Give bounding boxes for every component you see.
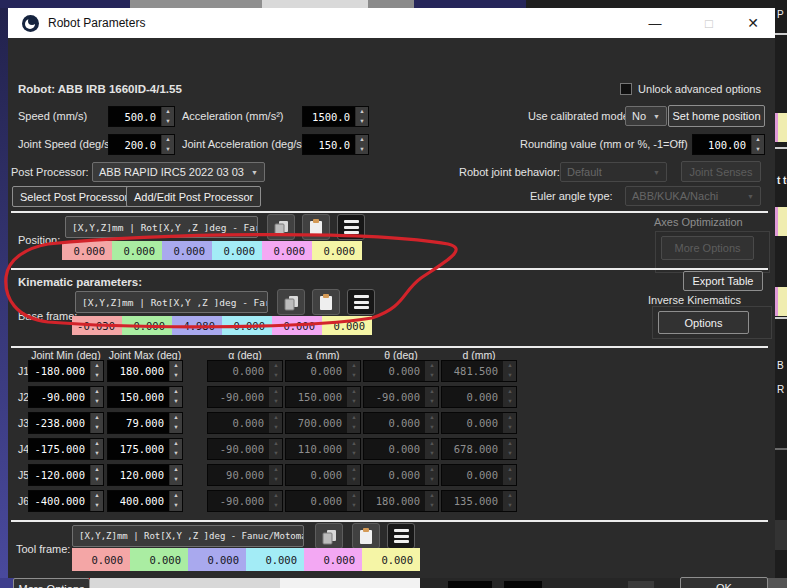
acceleration-value[interactable]: 1500.0	[303, 107, 355, 126]
spinner-arrows-icon[interactable]: ▲▼	[169, 439, 182, 459]
spinner-arrows-icon[interactable]: ▲▼	[169, 387, 182, 407]
spinner-arrows-icon[interactable]: ▲▼	[169, 413, 182, 433]
spinner-arrows-icon[interactable]: ▲▼	[169, 361, 182, 381]
spinner-arrows-icon[interactable]: ▲▼	[169, 465, 182, 485]
joint-min-input[interactable]: -90.000▲▼	[28, 386, 104, 408]
unlock-advanced-checkbox[interactable]	[620, 83, 632, 95]
options-menu-button[interactable]	[347, 289, 375, 315]
frame-value-cell[interactable]: 0.000	[222, 316, 272, 335]
base-frame-format-select[interactable]: [X,Y,Z]mm | Rot[X,Y ,Z ]deg - Far ▼	[75, 291, 268, 313]
spinner-arrows-icon[interactable]: ▲▼	[90, 413, 103, 433]
options-menu-button[interactable]	[337, 214, 365, 240]
frame-value-cell[interactable]: -0.030	[72, 316, 122, 335]
paste-button[interactable]	[352, 523, 380, 549]
joint-min-input[interactable]: -175.000▲▼	[28, 438, 104, 460]
frame-value-cell[interactable]: 0.000	[188, 548, 246, 571]
frame-value-cell[interactable]: 0.000	[122, 316, 172, 335]
frame-value-cell[interactable]: 0.000	[262, 241, 312, 260]
copy-button[interactable]	[267, 214, 295, 240]
frame-value-cell[interactable]: 0.000	[312, 241, 362, 260]
spinner-arrows-icon[interactable]: ▲▼	[169, 491, 182, 511]
copy-button[interactable]	[277, 289, 305, 315]
chevron-down-icon: ▼	[648, 169, 660, 176]
joint-min-input-value[interactable]: -400.000	[29, 491, 90, 511]
export-table-button[interactable]: Export Table	[683, 271, 763, 291]
joint-min-input[interactable]: -238.000▲▼	[28, 412, 104, 434]
frame-value-cell[interactable]: 0.000	[246, 548, 304, 571]
field-fragment	[504, 581, 542, 588]
joint-min-input-value[interactable]: -175.000	[29, 439, 90, 459]
spinner-arrows-icon[interactable]: ▲▼	[161, 107, 174, 126]
joint-max-input-value[interactable]: 120.000	[108, 465, 169, 485]
add-edit-post-processor-button[interactable]: Add/Edit Post Processor	[126, 186, 261, 207]
frame-value-cell[interactable]: 0.000	[112, 241, 162, 260]
joint-min-input[interactable]: -120.000▲▼	[28, 464, 104, 486]
title-bar[interactable]: Robot Parameters — □ ✕	[8, 8, 775, 38]
joint-min-input[interactable]: -400.000▲▼	[28, 490, 104, 512]
spinner-arrows-icon[interactable]: ▲▼	[751, 135, 764, 154]
frame-value-cell[interactable]: 0.000	[304, 548, 362, 571]
joint-max-input[interactable]: 180.000▲▼	[107, 360, 183, 382]
frame-value-cell[interactable]: 0.000	[62, 241, 112, 260]
frame-value-cell[interactable]: 4.980	[172, 316, 222, 335]
copy-button[interactable]	[315, 523, 343, 549]
options-menu-button[interactable]	[387, 523, 415, 549]
joint-max-input-value[interactable]: 175.000	[108, 439, 169, 459]
joint-speed-input[interactable]: 200.0 ▲▼	[108, 134, 175, 155]
paste-button[interactable]	[302, 214, 330, 240]
joint-max-input-value[interactable]: 79.000	[108, 413, 169, 433]
calibrated-model-select[interactable]: No ▼	[625, 106, 667, 126]
position-format-select[interactable]: [X,Y,Z]mm | Rot[X,Y ,Z ]deg - Far ▼	[65, 216, 258, 238]
spinner-arrows-icon[interactable]: ▲▼	[161, 135, 174, 154]
spinner-arrows-icon[interactable]: ▲▼	[90, 465, 103, 485]
joint-min-input-value[interactable]: -90.000	[29, 387, 90, 407]
post-processor-select[interactable]: ABB RAPID IRC5 2022 03 03 ▼	[92, 162, 265, 182]
joint-acceleration-value[interactable]: 150.0	[303, 135, 355, 154]
frame-value-cell[interactable]: 0.000	[72, 548, 130, 571]
joint-max-input-value[interactable]: 180.000	[108, 361, 169, 381]
joint-max-input[interactable]: 150.000▲▼	[107, 386, 183, 408]
frame-value-cell[interactable]: 0.000	[272, 316, 322, 335]
frame-value-cell[interactable]: 0.000	[322, 316, 372, 335]
dh-alpha-input: -90.000▲▼	[207, 438, 283, 460]
tool-frame-format-select[interactable]: [X,Y,Z]mm | Rot[X,Y ,Z ]deg - Fanuc/Moto…	[72, 525, 304, 547]
spinner-arrows-icon[interactable]: ▲▼	[355, 107, 368, 126]
speed-value[interactable]: 500.0	[109, 107, 161, 126]
spinner-arrows-icon[interactable]: ▲▼	[90, 491, 103, 511]
ok-button[interactable]: OK	[680, 577, 768, 588]
joint-min-input-value[interactable]: -180.000	[29, 361, 90, 381]
ik-options-button[interactable]: Options	[658, 311, 749, 334]
frame-value-cell[interactable]: 0.000	[362, 548, 420, 571]
rounding-value[interactable]: 100.00	[693, 135, 751, 154]
joint-max-input-value[interactable]: 150.000	[108, 387, 169, 407]
joint-max-input[interactable]: 79.000▲▼	[107, 412, 183, 434]
spinner-arrows-icon[interactable]: ▲▼	[355, 135, 368, 154]
frame-value-cell[interactable]: 0.000	[162, 241, 212, 260]
joint-min-input-value[interactable]: -120.000	[29, 465, 90, 485]
spinner-arrows-icon[interactable]: ▲▼	[90, 439, 103, 459]
paste-button[interactable]	[312, 289, 340, 315]
joint-min-input-value[interactable]: -238.000	[29, 413, 90, 433]
joint-max-input-value[interactable]: 400.000	[108, 491, 169, 511]
speed-input[interactable]: 500.0 ▲▼	[108, 106, 175, 127]
joint-acceleration-input[interactable]: 150.0 ▲▼	[302, 134, 369, 155]
spinner-arrows-icon: ▲▼	[269, 387, 282, 407]
select-post-processor-button[interactable]: Select Post Processor	[12, 186, 136, 207]
rounding-input[interactable]: 100.00 ▲▼	[692, 134, 765, 155]
joint-max-input[interactable]: 400.000▲▼	[107, 490, 183, 512]
frame-value-cell[interactable]: 0.000	[130, 548, 188, 571]
close-button[interactable]: ✕	[738, 8, 768, 38]
joint-speed-value[interactable]: 200.0	[109, 135, 161, 154]
frame-value-cell[interactable]: 0.000	[212, 241, 262, 260]
maximize-button[interactable]: □	[694, 8, 724, 38]
set-home-position-button[interactable]: Set home position	[668, 105, 765, 127]
joint-min-input[interactable]: -180.000▲▼	[28, 360, 104, 382]
joint-max-input[interactable]: 175.000▲▼	[107, 438, 183, 460]
joint-max-input[interactable]: 120.000▲▼	[107, 464, 183, 486]
more-options-button[interactable]: More Options	[13, 578, 90, 588]
spinner-arrows-icon[interactable]: ▲▼	[90, 361, 103, 381]
spinner-arrows-icon[interactable]: ▲▼	[90, 387, 103, 407]
position-format-value: [X,Y,Z]mm | Rot[X,Y ,Z ]deg - Far	[72, 222, 258, 233]
minimize-button[interactable]: —	[640, 8, 670, 38]
acceleration-input[interactable]: 1500.0 ▲▼	[302, 106, 369, 127]
